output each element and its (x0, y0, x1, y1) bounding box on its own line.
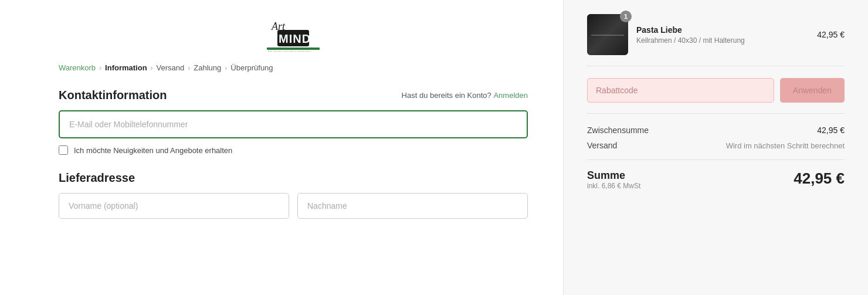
total-section: Summe inkl. 6,86 € MwSt 42,95 € (587, 169, 845, 190)
product-price: 42,95 € (817, 30, 845, 39)
breadcrumb-sep-1: › (99, 64, 101, 72)
zwischensumme-label: Zwischensumme (587, 126, 649, 135)
product-variant: Keilrahmen / 40x30 / mit Halterung (636, 36, 809, 45)
rabatt-input[interactable] (587, 78, 774, 103)
quantity-badge: 1 (620, 11, 632, 22)
rabatt-row: Anwenden (587, 78, 845, 114)
versand-row: Versand Wird im nächsten Schritt berechn… (587, 141, 845, 150)
summe-value: 42,95 € (794, 169, 845, 188)
contact-heading: Kontaktinformation (59, 89, 167, 102)
summe-label: Summe (587, 169, 640, 182)
email-input-wrapper (59, 110, 528, 138)
svg-text:MIND: MIND (279, 32, 311, 45)
first-name-input[interactable] (59, 193, 289, 219)
newsletter-label: Ich möchte Neuigkeiten und Angebote erha… (74, 146, 232, 155)
breadcrumb-information: Information (105, 63, 147, 72)
breadcrumb: Warenkorb › Information › Versand › Zahl… (59, 63, 528, 72)
breadcrumb-versand: Versand (157, 63, 185, 72)
breadcrumb-uberprufung: Überprüfung (230, 63, 273, 72)
name-row (59, 193, 528, 219)
newsletter-checkbox[interactable] (59, 145, 68, 155)
login-hint: Hast du bereits ein Konto? Anmelden (402, 91, 528, 100)
logo[interactable]: Art MIND TO EXCLUSIVELY DESIGN (261, 12, 326, 53)
total-left: Summe inkl. 6,86 € MwSt (587, 169, 640, 190)
hint-text: Hast du bereits ein Konto? (402, 91, 491, 100)
zwischensumme-value: 42,95 € (817, 126, 845, 135)
product-image-wrap: 1 (587, 14, 628, 55)
order-summary: 1 Pasta Liebe Keilrahmen / 40x30 / mit H… (563, 0, 868, 295)
contact-section-header: Kontaktinformation Hast du bereits ein K… (59, 89, 528, 102)
rabatt-button[interactable]: Anwenden (780, 78, 845, 103)
product-info: Pasta Liebe Keilrahmen / 40x30 / mit Hal… (636, 25, 809, 45)
last-name-input[interactable] (297, 193, 528, 219)
svg-rect-3 (267, 48, 320, 50)
product-name: Pasta Liebe (636, 25, 809, 35)
breadcrumb-sep-3: › (188, 64, 190, 72)
newsletter-row: Ich möchte Neuigkeiten und Angebote erha… (59, 145, 232, 155)
product-row: 1 Pasta Liebe Keilrahmen / 40x30 / mit H… (587, 14, 845, 66)
versand-label: Versand (587, 141, 617, 150)
login-link[interactable]: Anmelden (493, 91, 528, 100)
logo-area: Art MIND TO EXCLUSIVELY DESIGN (59, 12, 528, 53)
email-input[interactable] (59, 110, 528, 138)
svg-text:TO EXCLUSIVELY DESIGN: TO EXCLUSIVELY DESIGN (268, 50, 311, 52)
summe-tax: inkl. 6,86 € MwSt (587, 182, 640, 190)
breadcrumb-warenkorb[interactable]: Warenkorb (59, 63, 96, 72)
delivery-heading: Lieferadresse (59, 171, 135, 185)
summary-section: Zwischensumme 42,95 € Versand Wird im nä… (587, 126, 845, 160)
versand-value: Wird im nächsten Schritt berechnet (726, 141, 845, 150)
zwischensumme-row: Zwischensumme 42,95 € (587, 126, 845, 135)
breadcrumb-sep-4: › (225, 64, 227, 72)
breadcrumb-zahlung: Zahlung (194, 63, 221, 72)
breadcrumb-sep-2: › (151, 64, 153, 72)
